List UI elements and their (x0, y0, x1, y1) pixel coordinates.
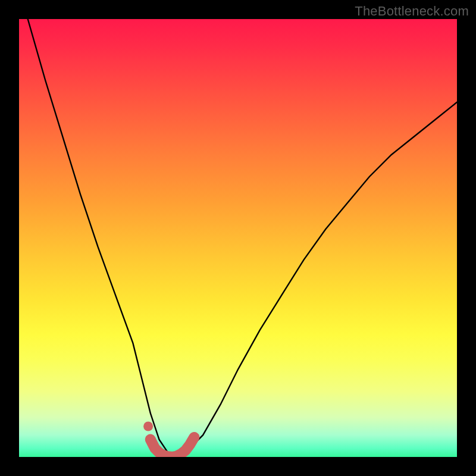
valley-marker (143, 422, 194, 458)
svg-point-0 (143, 422, 153, 431)
watermark-text: TheBottleneck.com (355, 4, 469, 19)
curve-layer (19, 19, 457, 457)
bottleneck-curve (28, 19, 457, 457)
chart-frame: TheBottleneck.com (0, 0, 476, 476)
plot-area (19, 19, 457, 457)
